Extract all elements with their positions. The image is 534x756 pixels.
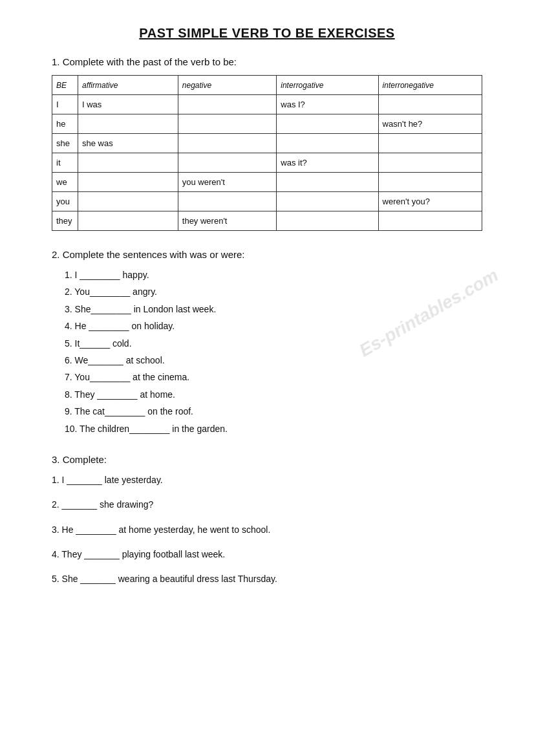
pronoun-cell: it (52, 153, 78, 173)
affirmative-cell[interactable] (78, 114, 178, 134)
affirmative-cell[interactable] (78, 173, 178, 192)
negative-cell[interactable] (178, 192, 276, 211)
interrogative-cell: was I? (277, 95, 378, 114)
sentence-item: 6. We_______ at school. (65, 353, 482, 367)
sentence-item: 8. They ________ at home. (65, 387, 482, 402)
interrogative-cell[interactable] (277, 134, 378, 153)
negative-cell[interactable] (178, 95, 276, 114)
complete-item: 1. I _______ late yesterday. (52, 473, 482, 487)
interrogative-cell: was it? (277, 153, 378, 173)
pronoun-cell: he (52, 114, 78, 134)
affirmative-cell[interactable] (78, 192, 178, 211)
sentence-item: 7. You________ at the cinema. (65, 370, 482, 384)
sentence-item: 10. The children________ in the garden. (65, 422, 482, 436)
pronoun-cell: you (52, 192, 78, 211)
sentences-list: 1. I ________ happy.2. You________ angry… (52, 268, 482, 436)
col-be: BE (52, 76, 78, 95)
affirmative-cell[interactable] (78, 153, 178, 173)
complete-item: 2. _______ she drawing? (52, 497, 482, 512)
affirmative-cell[interactable] (78, 211, 178, 231)
complete-item: 3. He ________ at home yesterday, he wen… (52, 523, 482, 537)
interronegative-cell: weren't you? (378, 192, 482, 211)
col-negative: negative (178, 76, 276, 95)
pronoun-cell: we (52, 173, 78, 192)
section1-label: 1. Complete with the past of the verb to… (52, 56, 482, 67)
interronegative-cell: wasn't he? (378, 114, 482, 134)
sentence-item: 3. She________ in London last week. (65, 302, 482, 316)
interronegative-cell[interactable] (378, 211, 482, 231)
col-affirmative: affirmative (78, 76, 178, 95)
negative-cell[interactable] (178, 153, 276, 173)
negative-cell[interactable] (178, 114, 276, 134)
complete-item: 5. She _______ wearing a beautiful dress… (52, 572, 482, 586)
page-title: PAST SIMPLE VERB TO BE EXERCISES (52, 26, 482, 41)
section3-label: 3. Complete: (52, 454, 482, 465)
interrogative-cell[interactable] (277, 192, 378, 211)
negative-cell: you weren't (178, 173, 276, 192)
affirmative-cell: she was (78, 134, 178, 153)
complete-item: 4. They _______ playing football last we… (52, 547, 482, 561)
negative-cell: they weren't (178, 211, 276, 231)
interronegative-cell[interactable] (378, 173, 482, 192)
negative-cell[interactable] (178, 134, 276, 153)
sentence-item: 5. It______ cold. (65, 336, 482, 351)
affirmative-cell: I was (78, 95, 178, 114)
col-interrogative: interrogative (277, 76, 378, 95)
interronegative-cell[interactable] (378, 153, 482, 173)
sentence-item: 2. You________ angry. (65, 285, 482, 299)
interrogative-cell[interactable] (277, 173, 378, 192)
sentence-item: 9. The cat________ on the roof. (65, 404, 482, 418)
section2-label: 2. Complete the sentences with was or we… (52, 249, 482, 260)
interronegative-cell[interactable] (378, 134, 482, 153)
col-interronegative: interronegative (378, 76, 482, 95)
complete-list: 1. I _______ late yesterday.2. _______ s… (52, 473, 482, 587)
interrogative-cell[interactable] (277, 211, 378, 231)
pronoun-cell: they (52, 211, 78, 231)
pronoun-cell: I (52, 95, 78, 114)
interrogative-cell[interactable] (277, 114, 378, 134)
pronoun-cell: she (52, 134, 78, 153)
sentence-item: 4. He ________ on holiday. (65, 319, 482, 333)
verb-table: BE affirmative negative interrogative in… (52, 75, 482, 231)
interronegative-cell[interactable] (378, 95, 482, 114)
sentence-item: 1. I ________ happy. (65, 268, 482, 282)
